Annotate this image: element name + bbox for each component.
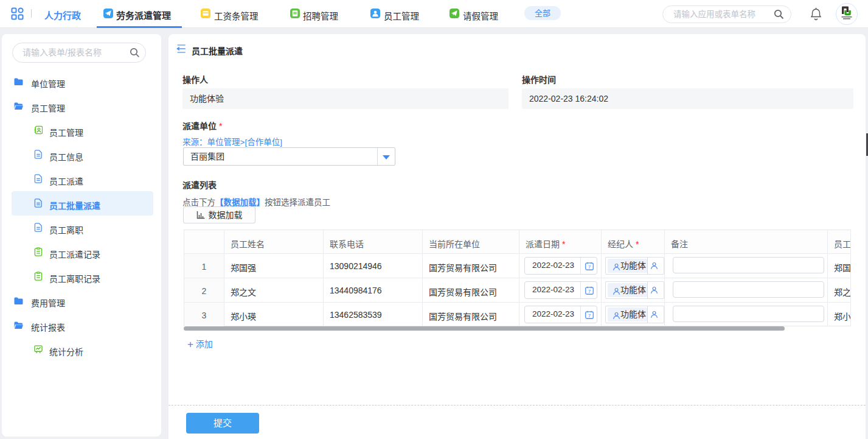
- svg-text:7: 7: [588, 289, 591, 294]
- svg-text:7: 7: [588, 313, 591, 318]
- svg-text:7: 7: [588, 264, 591, 270]
